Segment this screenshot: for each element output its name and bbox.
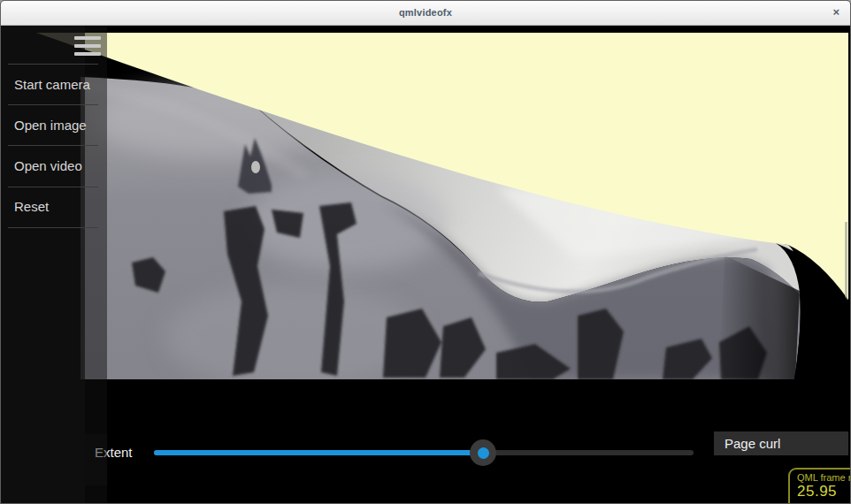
slider-handle[interactable]: [470, 439, 496, 466]
window-title: qmlvideofx: [1, 7, 850, 18]
app-window: qmlvideofx ×: [0, 0, 851, 504]
sidebar-item-reset[interactable]: Reset: [1, 187, 107, 226]
fps-overlay: QML frame r... 25.95: [788, 468, 851, 504]
hamburger-icon[interactable]: [74, 36, 101, 57]
effect-button[interactable]: Page curl: [714, 431, 848, 455]
sidebar-item-start-camera[interactable]: Start camera: [1, 65, 107, 104]
sidebar: Start camera Open image Open video Reset: [1, 26, 107, 504]
slider-fill: [154, 450, 483, 455]
slider-dot: [478, 447, 489, 459]
fps-value: 25.95: [797, 483, 851, 500]
sidebar-item-open-video[interactable]: Open video: [1, 146, 107, 186]
extent-slider[interactable]: [154, 450, 694, 455]
slider-label: Extent: [95, 445, 133, 460]
fps-label: QML frame r...: [797, 472, 851, 483]
content-area: Start camera Open image Open video Reset…: [1, 26, 851, 504]
close-icon[interactable]: ×: [832, 6, 840, 19]
titlebar[interactable]: qmlvideofx ×: [1, 1, 850, 26]
sidebar-item-open-image[interactable]: Open image: [1, 105, 107, 145]
divider: [8, 227, 98, 228]
